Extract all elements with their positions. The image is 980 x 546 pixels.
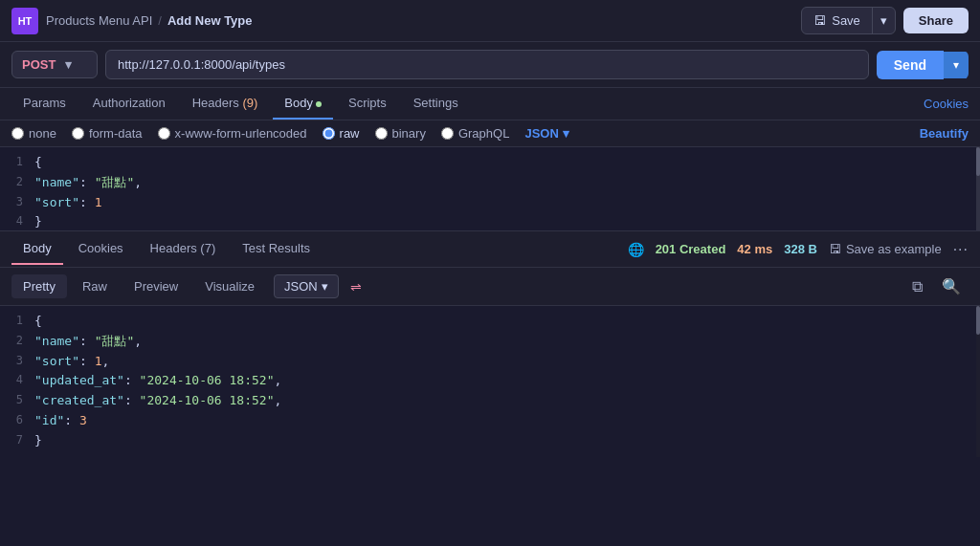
code-line: 2 "name": "甜點",: [0, 332, 980, 352]
code-line: 6 "id": 3: [0, 411, 980, 431]
response-status-group: 🌐 201 Created 42 ms 328 B 🖫 Save as exam…: [628, 241, 969, 258]
resp-tab-test-results[interactable]: Test Results: [231, 233, 322, 265]
response-time: 42 ms: [737, 242, 772, 256]
breadcrumb-page: Add New Type: [167, 13, 253, 28]
code-line: 1 {: [0, 153, 980, 173]
beautify-button[interactable]: Beautify: [920, 126, 969, 141]
more-options-button[interactable]: ···: [953, 241, 969, 258]
cookies-link[interactable]: Cookies: [924, 97, 969, 111]
tab-params[interactable]: Params: [11, 88, 78, 120]
search-icon[interactable]: 🔍: [934, 273, 969, 299]
response-size: 328 B: [784, 242, 817, 256]
body-type-form-data[interactable]: form-data: [72, 126, 143, 141]
code-line: 1 {: [0, 312, 980, 332]
breadcrumb: Products Menu API / Add New Type: [46, 13, 253, 28]
response-scrollbar[interactable]: [976, 306, 980, 457]
globe-icon: 🌐: [628, 242, 644, 257]
app-logo: HT: [11, 8, 38, 34]
save-example-icon: 🖫: [829, 242, 841, 256]
method-label: POST: [22, 57, 56, 72]
fmt-tab-raw[interactable]: Raw: [71, 274, 119, 298]
response-format-bar: Pretty Raw Preview Visualize JSON ▾ ⇌ ⧉ …: [0, 268, 980, 306]
body-type-raw[interactable]: raw: [323, 126, 360, 141]
save-as-example-button[interactable]: 🖫 Save as example: [829, 242, 942, 256]
tab-scripts[interactable]: Scripts: [337, 88, 398, 120]
url-bar: POST ▾ Send ▾: [0, 42, 980, 88]
fmt-tab-pretty[interactable]: Pretty: [11, 274, 67, 298]
scrollbar[interactable]: [976, 147, 980, 230]
save-button-group[interactable]: 🖫 Save ▾: [801, 7, 896, 34]
filter-icon[interactable]: ⇌: [350, 279, 362, 295]
fmt-tab-visualize[interactable]: Visualize: [193, 274, 266, 298]
method-chevron-icon: ▾: [65, 57, 72, 72]
breadcrumb-api: Products Menu API: [46, 13, 152, 28]
format-select[interactable]: JSON ▾: [524, 126, 568, 141]
tab-authorization[interactable]: Authorization: [81, 88, 177, 120]
copy-icon[interactable]: ⧉: [904, 274, 930, 299]
code-line: 3 "sort": 1: [0, 193, 980, 213]
send-dropdown-button[interactable]: ▾: [944, 52, 969, 78]
status-code: 201 Created: [656, 242, 726, 256]
breadcrumb-sep: /: [158, 13, 162, 28]
share-button[interactable]: Share: [903, 8, 969, 33]
body-type-graphql[interactable]: GraphQL: [441, 126, 509, 141]
save-button[interactable]: 🖫 Save: [802, 8, 872, 33]
code-line: 4 "updated_at": "2024-10-06 18:52",: [0, 371, 980, 391]
body-type-binary[interactable]: binary: [375, 126, 426, 141]
save-icon: 🖫: [813, 13, 826, 28]
response-format-select[interactable]: JSON ▾: [274, 274, 339, 298]
resp-tab-body[interactable]: Body: [11, 233, 63, 265]
code-line: 5 "created_at": "2024-10-06 18:52",: [0, 391, 980, 411]
resp-tab-cookies[interactable]: Cookies: [67, 233, 135, 265]
resp-tab-headers[interactable]: Headers (7): [139, 233, 228, 265]
request-body-editor[interactable]: 1 { 2 "name": "甜點", 3 "sort": 1 4 }: [0, 147, 980, 231]
tab-settings[interactable]: Settings: [402, 88, 470, 120]
tab-body[interactable]: Body: [273, 88, 333, 120]
request-tabs: Params Authorization Headers (9) Body Sc…: [0, 88, 980, 120]
topbar: HT Products Menu API / Add New Type 🖫 Sa…: [0, 0, 980, 42]
body-type-urlencoded[interactable]: x-www-form-urlencoded: [158, 126, 307, 141]
method-select[interactable]: POST ▾: [11, 51, 98, 78]
response-tabs-bar: Body Cookies Headers (7) Test Results 🌐 …: [0, 231, 980, 268]
code-line: 7 }: [0, 431, 980, 451]
response-body-editor[interactable]: 1 { 2 "name": "甜點", 3 "sort": 1, 4 "upda…: [0, 306, 980, 457]
body-type-bar: none form-data x-www-form-urlencoded raw…: [0, 120, 980, 147]
url-input[interactable]: [105, 50, 869, 79]
tab-headers[interactable]: Headers (9): [181, 88, 270, 120]
code-line: 4 }: [0, 212, 980, 232]
body-type-none[interactable]: none: [11, 126, 56, 141]
send-button-group[interactable]: Send ▾: [877, 51, 969, 79]
code-line: 3 "sort": 1,: [0, 352, 980, 372]
save-dropdown-icon[interactable]: ▾: [872, 8, 895, 33]
code-line: 2 "name": "甜點",: [0, 173, 980, 193]
send-button[interactable]: Send: [877, 51, 944, 79]
fmt-tab-preview[interactable]: Preview: [122, 274, 189, 298]
